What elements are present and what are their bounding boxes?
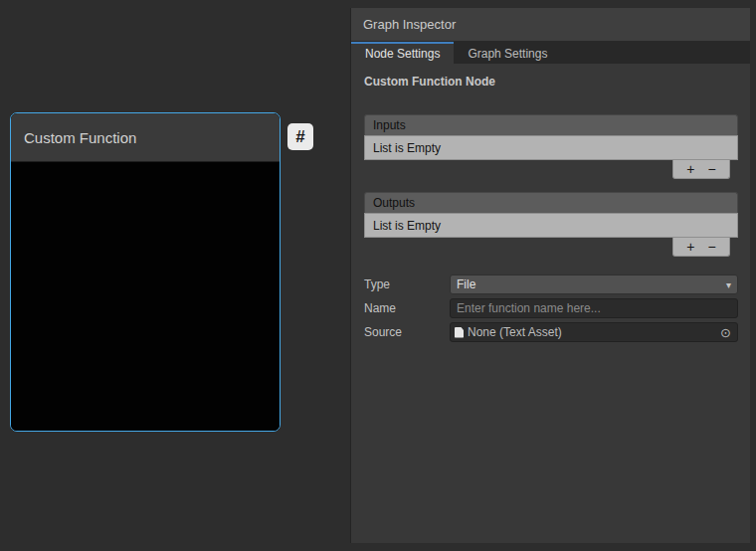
node-title: Custom Function xyxy=(24,129,136,146)
inputs-footer-buttons: + − xyxy=(672,160,730,179)
chevron-down-icon: ▾ xyxy=(726,279,731,290)
inputs-list-footer: + − xyxy=(364,160,738,179)
inputs-list: Inputs List is Empty + − xyxy=(364,114,738,179)
node-header[interactable]: Custom Function xyxy=(11,113,280,162)
panel-title: Graph Inspector xyxy=(363,17,456,32)
outputs-footer-buttons: + − xyxy=(672,238,730,257)
name-label: Name xyxy=(364,301,450,315)
inspector-content: Custom Function Node Inputs List is Empt… xyxy=(351,64,750,342)
outputs-list-title: Outputs xyxy=(373,196,415,210)
panel-header: Graph Inspector xyxy=(351,8,750,42)
tab-graph-settings[interactable]: Graph Settings xyxy=(454,42,561,64)
outputs-empty-text: List is Empty xyxy=(373,219,441,233)
source-object-field[interactable]: None (Text Asset) ⊙ xyxy=(450,322,738,342)
outputs-empty-row: List is Empty xyxy=(364,213,738,238)
node-body xyxy=(11,162,280,431)
name-field-control xyxy=(450,298,738,318)
source-object-value: None (Text Asset) xyxy=(468,325,562,339)
type-label: Type xyxy=(364,277,450,291)
add-output-button[interactable]: + xyxy=(686,240,694,254)
outputs-list-header: Outputs xyxy=(364,192,738,213)
name-field-row: Name xyxy=(364,298,738,318)
inputs-list-title: Inputs xyxy=(373,118,406,132)
inputs-list-header: Inputs xyxy=(364,114,738,135)
function-name-input[interactable] xyxy=(450,298,738,318)
inspector-tabbar: Node Settings Graph Settings xyxy=(351,42,750,64)
outputs-list: Outputs List is Empty + − xyxy=(364,192,738,257)
graph-inspector-panel: Graph Inspector Node Settings Graph Sett… xyxy=(350,8,750,543)
add-input-button[interactable]: + xyxy=(686,162,694,176)
custom-function-node[interactable]: Custom Function xyxy=(10,112,281,432)
text-asset-icon xyxy=(455,327,464,338)
outputs-list-footer: + − xyxy=(364,238,738,257)
remove-output-button[interactable]: − xyxy=(708,240,716,254)
source-label: Source xyxy=(364,325,450,339)
shader-graph-window: Custom Function # Graph Inspector Node S… xyxy=(0,0,756,551)
type-dropdown-value: File xyxy=(457,277,475,291)
inputs-empty-text: List is Empty xyxy=(373,141,441,155)
remove-input-button[interactable]: − xyxy=(708,162,716,176)
object-picker-icon[interactable]: ⊙ xyxy=(717,326,734,339)
section-title: Custom Function Node xyxy=(364,75,738,89)
hash-badge-icon[interactable]: # xyxy=(287,123,313,150)
source-field-row: Source None (Text Asset) ⊙ xyxy=(364,322,738,342)
tab-node-settings[interactable]: Node Settings xyxy=(351,42,454,64)
inputs-empty-row: List is Empty xyxy=(364,135,738,160)
type-dropdown[interactable]: File ▾ xyxy=(450,275,738,294)
type-field-row: Type File ▾ xyxy=(364,275,738,294)
